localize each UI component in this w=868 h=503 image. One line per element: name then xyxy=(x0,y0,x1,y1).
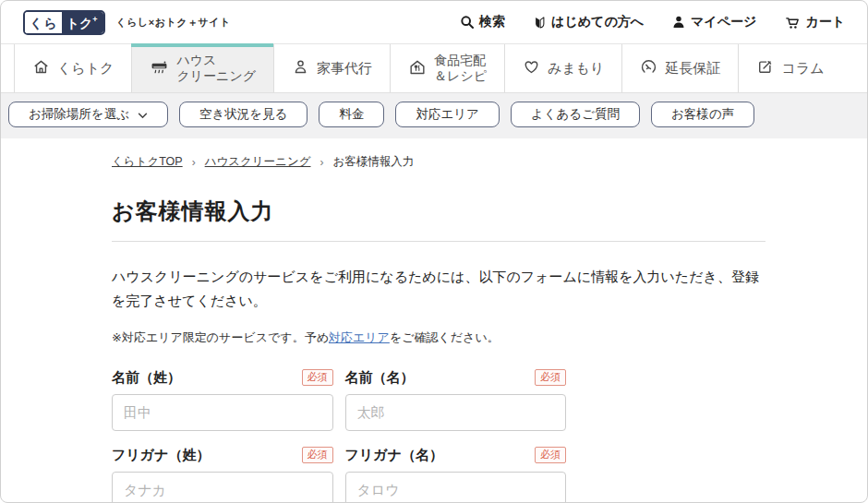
name-row: 名前（姓） 必須 名前（名） 必須 xyxy=(112,369,566,431)
nav-label: コラム xyxy=(781,60,824,78)
nav-label: くらトク xyxy=(57,60,114,78)
required-badge: 必須 xyxy=(535,369,566,386)
nav-item-housekeeping[interactable]: 家事代行 xyxy=(273,44,390,92)
user-icon xyxy=(671,15,686,30)
nav-item-house-cleaning[interactable]: ハウス クリーニング xyxy=(131,44,273,92)
breadcrumb-link-top[interactable]: くらトクTOP xyxy=(112,154,183,170)
required-badge: 必須 xyxy=(302,447,333,463)
mypage-label: マイページ xyxy=(691,14,756,30)
home-icon xyxy=(32,58,50,78)
page: くら トク+ くらし×おトク＋サイト 検索 はじめての方へ マイペ xyxy=(0,0,868,503)
first-time-link[interactable]: はじめての方へ xyxy=(533,14,644,30)
nav-item-kuratoku[interactable]: くらトク xyxy=(14,44,131,92)
breadcrumb-separator: › xyxy=(320,156,324,169)
breadcrumb-link-house-cleaning[interactable]: ハウスクリーニング xyxy=(205,154,311,170)
nav-item-extended-warranty[interactable]: 延長保証 xyxy=(621,44,738,92)
required-badge: 必須 xyxy=(535,447,566,463)
choose-cleaning-area-button[interactable]: お掃除場所を選ぶ xyxy=(8,102,168,127)
cart-icon xyxy=(784,15,801,30)
nav-label: みまもり xyxy=(548,60,604,78)
logo-plus: + xyxy=(92,16,97,24)
site-tagline: くらし×おトク＋サイト xyxy=(116,16,231,30)
logo-left-text: くら xyxy=(25,12,62,33)
utility-nav: 検索 はじめての方へ マイページ カート xyxy=(460,14,845,30)
sub-nav: お掃除場所を選ぶ 空き状況を見る 料金 対応エリア よくあるご質問 お客様の声 xyxy=(1,93,867,138)
last-name-kana-field-group: フリガナ（姓） 必須 xyxy=(112,447,333,503)
first-name-field-group: 名前（名） 必須 xyxy=(345,369,567,431)
cart-label: カート xyxy=(805,14,845,30)
gauge-icon xyxy=(640,58,657,78)
site-logo[interactable]: くら トク+ xyxy=(23,10,105,35)
breadcrumb: くらトクTOP › ハウスクリーニング › お客様情報入力 xyxy=(112,138,766,170)
house-food-icon xyxy=(408,58,427,79)
customer-info-form: 名前（姓） 必須 名前（名） 必須 フリガナ（姓） xyxy=(112,369,566,503)
search-icon xyxy=(460,15,475,30)
last-name-label: 名前（姓） xyxy=(112,369,181,387)
air-conditioner-icon xyxy=(150,58,169,79)
nav-item-column[interactable]: コラム xyxy=(738,44,841,92)
breadcrumb-separator: › xyxy=(192,156,196,169)
mypage-link[interactable]: マイページ xyxy=(671,14,756,30)
required-badge: 必須 xyxy=(302,369,333,386)
last-name-input[interactable] xyxy=(112,394,333,431)
first-name-label: 名前（名） xyxy=(345,369,415,387)
chevron-down-icon xyxy=(138,108,148,122)
nav-item-food-delivery[interactable]: 食品宅配 ＆レシピ xyxy=(390,44,504,92)
last-name-kana-input[interactable] xyxy=(112,472,333,503)
breadcrumb-current: お客様情報入力 xyxy=(333,154,415,170)
last-name-field-group: 名前（姓） 必須 xyxy=(112,369,333,431)
service-area-button[interactable]: 対応エリア xyxy=(395,102,499,127)
intro-text: ハウスクリーニングのサービスをご利用になるためには、以下のフォームに情報を入力い… xyxy=(112,265,766,314)
customer-voice-button[interactable]: お客様の声 xyxy=(651,102,754,127)
heart-icon xyxy=(523,58,540,78)
nav-label: ハウス クリーニング xyxy=(176,53,256,83)
beginner-mark-icon xyxy=(533,15,547,30)
availability-button[interactable]: 空き状況を見る xyxy=(179,102,307,127)
nav-label: 食品宅配 ＆レシピ xyxy=(434,53,487,83)
search-link[interactable]: 検索 xyxy=(460,14,505,30)
search-label: 検索 xyxy=(479,14,505,30)
main-nav: くらトク ハウス クリーニング 家事代行 食品宅配 ＆レシピ xyxy=(1,43,867,93)
nav-label: 家事代行 xyxy=(317,60,372,78)
furigana-row: フリガナ（姓） 必須 フリガナ（名） 必須 xyxy=(112,447,566,503)
cart-link[interactable]: カート xyxy=(784,14,845,30)
nav-item-mimamori[interactable]: みまもり xyxy=(504,44,621,92)
header: くら トク+ くらし×おトク＋サイト 検索 はじめての方へ マイペ xyxy=(1,1,867,43)
price-button[interactable]: 料金 xyxy=(319,102,384,127)
first-name-kana-field-group: フリガナ（名） 必須 xyxy=(345,447,567,503)
page-title: お客様情報入力 xyxy=(112,197,766,242)
service-area-note: ※対応エリア限定のサービスです。予め対応エリアをご確認ください。 xyxy=(112,329,766,346)
main-content: くらトクTOP › ハウスクリーニング › お客様情報入力 お客様情報入力 ハウ… xyxy=(112,138,766,503)
person-icon xyxy=(292,58,309,78)
first-name-input[interactable] xyxy=(345,394,567,431)
nav-label: 延長保証 xyxy=(665,60,720,78)
last-name-kana-label: フリガナ（姓） xyxy=(112,447,210,464)
first-name-kana-label: フリガナ（名） xyxy=(345,447,443,464)
first-time-label: はじめての方へ xyxy=(551,14,644,30)
faq-button[interactable]: よくあるご質問 xyxy=(511,102,640,127)
service-area-link[interactable]: 対応エリア xyxy=(329,330,390,344)
logo-right-text: トク+ xyxy=(62,12,103,33)
pen-square-icon xyxy=(756,58,774,78)
first-name-kana-input[interactable] xyxy=(345,472,567,503)
